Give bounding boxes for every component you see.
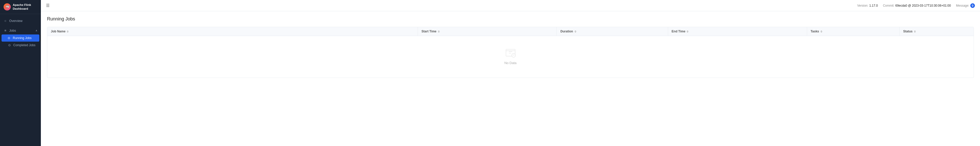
- sidebar-item-overview-label: Overview: [9, 19, 22, 23]
- main-content: ☰ Version: 1.17.0 Commit: 69ecda0 @ 2023…: [41, 0, 980, 146]
- completed-jobs-icon: ⊙: [8, 43, 11, 47]
- sidebar-item-running-jobs[interactable]: ⊙ Running Jobs: [2, 35, 39, 41]
- topbar-message: Message: 0: [956, 3, 975, 8]
- no-data-text: No Data: [52, 61, 969, 65]
- jobs-table: Job Name Start Time: [47, 27, 974, 78]
- topbar-commit: Commit: 69ecda0 @ 2023-03-17T10:30:06+01…: [883, 4, 951, 7]
- col-header-tasks[interactable]: Tasks: [807, 27, 900, 36]
- topbar: ☰ Version: 1.17.0 Commit: 69ecda0 @ 2023…: [41, 0, 980, 11]
- sidebar-item-overview[interactable]: ○ Overview: [0, 17, 41, 25]
- sort-icon-end-time: [687, 30, 689, 33]
- no-data-icon: [52, 46, 969, 59]
- sort-icon-status: [914, 30, 916, 33]
- svg-point-1: [512, 54, 515, 57]
- jobs-table-container: Job Name Start Time: [47, 27, 974, 78]
- content-area: Running Jobs Job Name: [41, 11, 980, 146]
- col-header-start-time[interactable]: Start Time: [418, 27, 557, 36]
- sidebar-item-completed-jobs[interactable]: ⊙ Completed Jobs: [0, 41, 41, 49]
- sidebar-item-running-jobs-label: Running Jobs: [13, 36, 32, 40]
- commit-value: 69ecda0 @ 2023-03-17T10:30:06+01:00: [896, 4, 951, 7]
- col-header-status[interactable]: Status: [900, 27, 974, 36]
- version-value: 1.17.0: [869, 4, 878, 7]
- col-header-job-name[interactable]: Job Name: [47, 27, 418, 36]
- sort-icon-tasks: [820, 30, 822, 33]
- no-data-row: No Data: [47, 36, 974, 78]
- svg-point-3: [514, 55, 514, 56]
- commit-label: Commit:: [883, 4, 894, 7]
- running-jobs-icon: ⊙: [7, 36, 11, 40]
- sidebar: 🦈 Apache Flink Dashboard ○ Overview ≡ Jo…: [0, 0, 41, 146]
- svg-point-2: [513, 55, 513, 56]
- topbar-version: Version: 1.17.0: [857, 4, 878, 7]
- jobs-icon: ≡: [3, 29, 7, 32]
- col-header-end-time[interactable]: End Time: [668, 27, 807, 36]
- jobs-sub-items: ⊙ Running Jobs ⊙ Completed Jobs: [0, 35, 41, 49]
- app-logo-icon: 🦈: [3, 3, 11, 11]
- page-title: Running Jobs: [47, 16, 974, 22]
- sidebar-logo: 🦈 Apache Flink Dashboard: [0, 0, 41, 14]
- sort-icon-start-time: [438, 30, 440, 33]
- table-body: No Data: [47, 36, 974, 78]
- col-header-duration[interactable]: Duration: [557, 27, 668, 36]
- sidebar-section-jobs: ≡ Jobs ∧ ⊙ Running Jobs ⊙ Completed Jobs: [0, 26, 41, 50]
- sidebar-section-overview: ○ Overview: [0, 16, 41, 26]
- version-label: Version:: [857, 4, 868, 7]
- app-logo-text: Apache Flink Dashboard: [13, 3, 37, 11]
- no-data-cell: No Data: [47, 36, 974, 78]
- table-header: Job Name Start Time: [47, 27, 974, 36]
- topbar-right: Version: 1.17.0 Commit: 69ecda0 @ 2023-0…: [857, 3, 975, 8]
- sidebar-item-completed-jobs-label: Completed Jobs: [13, 43, 35, 47]
- sort-icon-duration: [574, 30, 576, 33]
- topbar-left: ☰: [46, 3, 49, 8]
- message-count-badge: 0: [970, 3, 975, 8]
- chevron-up-icon: ∧: [35, 29, 37, 32]
- overview-icon: ○: [3, 19, 7, 23]
- sort-icon-job-name: [67, 30, 69, 33]
- hamburger-icon[interactable]: ☰: [46, 3, 49, 8]
- sidebar-item-jobs[interactable]: ≡ Jobs ∧: [0, 27, 41, 35]
- table-header-row: Job Name Start Time: [47, 27, 974, 36]
- sidebar-item-jobs-label: Jobs: [9, 29, 16, 32]
- sidebar-nav: ○ Overview ≡ Jobs ∧ ⊙ Running Jobs ⊙ Co: [0, 14, 41, 146]
- message-label: Message:: [956, 4, 969, 7]
